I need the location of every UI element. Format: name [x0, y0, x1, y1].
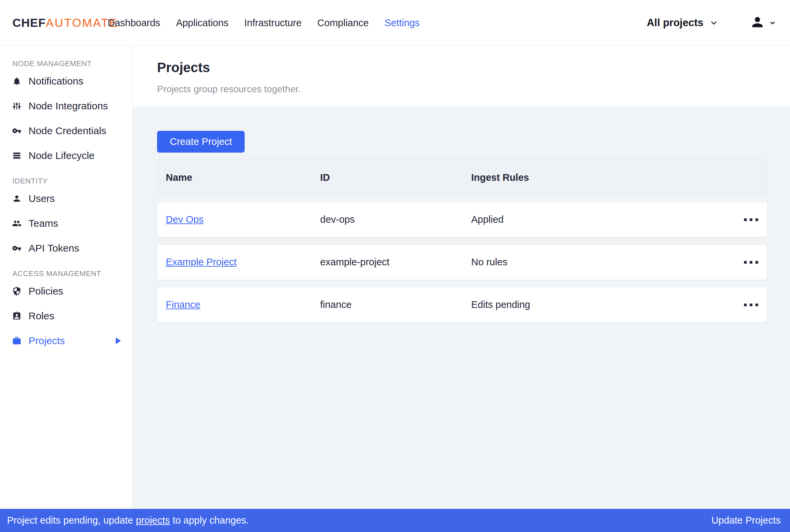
- top-navbar: CHEFAUTOMATE Dashboards Applications Inf…: [0, 0, 790, 46]
- nav-item-applications[interactable]: Applications: [176, 14, 228, 32]
- bell-icon: [12, 76, 21, 86]
- project-id: finance: [320, 299, 471, 310]
- nav-item-compliance[interactable]: Compliance: [318, 14, 369, 32]
- row-menu-button[interactable]: [732, 256, 759, 268]
- key-icon: [12, 244, 21, 253]
- banner-message-suffix: to apply changes.: [170, 515, 249, 526]
- sidebar-item-label: Roles: [29, 310, 54, 322]
- sidebar-item-node-credentials[interactable]: Node Credentials: [0, 118, 132, 143]
- briefcase-icon: [12, 336, 21, 345]
- projects-filter-label: All projects: [647, 17, 703, 29]
- ingest-rules-status: Applied: [471, 214, 732, 225]
- key-icon: [12, 126, 21, 135]
- user-avatar-icon: [750, 15, 765, 31]
- badge-icon: [12, 311, 21, 321]
- sidebar-section-access-management: ACCESS MANAGEMENT: [0, 269, 132, 279]
- pending-edits-banner: Project edits pending, update projects t…: [0, 509, 790, 532]
- row-menu-button[interactable]: [732, 214, 759, 226]
- logo-product: AUTOMATE: [45, 16, 118, 30]
- table-row: Finance finance Edits pending: [157, 287, 768, 323]
- chef-automate-logo[interactable]: CHEFAUTOMATE: [13, 16, 105, 30]
- main-nav: Dashboards Applications Infrastructure C…: [108, 14, 420, 32]
- nav-item-settings[interactable]: Settings: [384, 14, 420, 32]
- people-icon: [12, 219, 21, 228]
- sidebar-item-label: Projects: [29, 335, 65, 346]
- projects-panel: Create Project Name ID Ingest Rules Dev …: [133, 107, 790, 509]
- column-header-name: Name: [166, 172, 320, 183]
- sidebar-section-identity: IDENTITY: [0, 176, 132, 186]
- sidebar-item-label: Users: [29, 193, 55, 204]
- sidebar-item-node-lifecycle[interactable]: Node Lifecycle: [0, 143, 132, 168]
- project-id: example-project: [320, 256, 471, 268]
- list-icon: [12, 151, 21, 160]
- sidebar-item-label: Node Integrations: [29, 100, 108, 112]
- sidebar-item-policies[interactable]: Policies: [0, 279, 132, 304]
- banner-message-prefix: Project edits pending, update: [7, 515, 136, 526]
- sidebar-item-projects[interactable]: Projects: [0, 328, 132, 353]
- sidebar-item-label: Teams: [29, 218, 58, 229]
- settings-sidebar: NODE MANAGEMENT Notifications Node Integ…: [0, 46, 133, 509]
- column-header-ingest-rules: Ingest Rules: [471, 172, 732, 183]
- chevron-down-icon: [709, 18, 719, 28]
- banner-message: Project edits pending, update projects t…: [7, 515, 249, 526]
- page-subtitle: Projects group resources together.: [157, 84, 790, 95]
- sidebar-item-label: Policies: [29, 285, 63, 297]
- sidebar-item-api-tokens[interactable]: API Tokens: [0, 236, 132, 261]
- sidebar-section-node-management: NODE MANAGEMENT: [0, 59, 132, 69]
- sidebar-item-users[interactable]: Users: [0, 186, 132, 211]
- table-row: Dev Ops dev-ops Applied: [157, 202, 768, 238]
- shield-icon: [12, 286, 21, 296]
- sidebar-item-label: Node Lifecycle: [29, 150, 95, 162]
- sliders-icon: [12, 101, 21, 111]
- person-icon: [12, 194, 21, 203]
- sidebar-item-teams[interactable]: Teams: [0, 211, 132, 236]
- table-header-row: Name ID Ingest Rules: [157, 159, 768, 196]
- user-menu[interactable]: [750, 15, 776, 31]
- nav-item-infrastructure[interactable]: Infrastructure: [244, 14, 302, 32]
- table-row: Example Project example-project No rules: [157, 244, 768, 280]
- create-project-button[interactable]: Create Project: [157, 131, 245, 153]
- sidebar-item-roles[interactable]: Roles: [0, 304, 132, 328]
- main-content: Projects Projects group resources togeth…: [133, 46, 790, 509]
- sidebar-item-label: Node Credentials: [29, 125, 106, 136]
- chevron-down-icon: [769, 19, 776, 27]
- sidebar-item-node-integrations[interactable]: Node Integrations: [0, 94, 132, 118]
- projects-filter-dropdown[interactable]: All projects: [647, 17, 719, 29]
- banner-projects-link[interactable]: projects: [136, 515, 170, 526]
- sidebar-item-label: API Tokens: [29, 243, 79, 254]
- ingest-rules-status: Edits pending: [471, 299, 732, 310]
- page-title: Projects: [157, 60, 790, 75]
- nav-item-dashboards[interactable]: Dashboards: [108, 14, 160, 32]
- row-menu-button[interactable]: [732, 299, 759, 311]
- project-id: dev-ops: [320, 214, 471, 225]
- column-header-id: ID: [320, 172, 471, 183]
- page-header: Projects Projects group resources togeth…: [133, 46, 790, 107]
- logo-brand: CHEF: [13, 16, 45, 30]
- projects-table: Name ID Ingest Rules Dev Ops dev-ops App…: [157, 159, 768, 323]
- sidebar-item-notifications[interactable]: Notifications: [0, 69, 132, 94]
- update-projects-button[interactable]: Update Projects: [712, 515, 780, 526]
- project-link[interactable]: Finance: [166, 299, 200, 310]
- project-link[interactable]: Example Project: [166, 256, 237, 267]
- active-item-arrow-icon: [116, 338, 121, 344]
- project-link[interactable]: Dev Ops: [166, 214, 204, 225]
- sidebar-item-label: Notifications: [29, 75, 83, 87]
- navbar-right: All projects: [647, 15, 776, 31]
- ingest-rules-status: No rules: [471, 256, 732, 268]
